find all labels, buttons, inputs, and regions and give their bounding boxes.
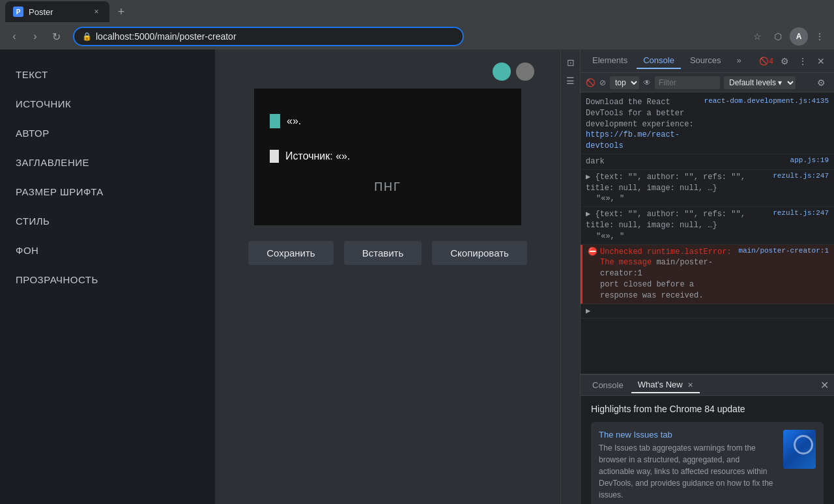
devtools-tab-more[interactable]: »	[730, 53, 748, 69]
poster-color-block-quote	[270, 114, 280, 128]
sidebar-item-text[interactable]: ТЕКСТ	[0, 60, 215, 89]
devtools-settings-icon[interactable]: ⚙	[777, 53, 792, 69]
sidebar-item-title[interactable]: ЗАГЛАВЛЕНИЕ	[0, 148, 215, 177]
devtools-panel-inner: ⊡ ☰ Elements Console Sources » 🚫 4 ⚙ ⋮ ✕	[561, 49, 834, 504]
console-entry-dark: dark app.js:19	[581, 154, 834, 170]
content-area: «». Источник: «». ПНГ Сохранить Вставить…	[215, 49, 560, 504]
save-button[interactable]: Сохранить	[248, 241, 334, 265]
devtools-bottom: Console What's New ✕ ✕ Highlights from t…	[581, 374, 834, 504]
devtools-tabs: Elements Console Sources » 🚫 4 ⚙ ⋮ ✕	[581, 49, 834, 73]
devtools-top: Download the React DevTools for a better…	[581, 92, 834, 374]
address-bar[interactable]: 🔒 localhost:5000/main/poster-creator	[73, 27, 464, 46]
browser-chrome: P Poster × + ‹ › ↻ 🔒 localhost:5000/main…	[0, 0, 834, 49]
forward-button[interactable]: ›	[26, 27, 44, 46]
extensions-button[interactable]: ⬡	[769, 27, 787, 46]
reload-button[interactable]: ↻	[47, 27, 65, 46]
news-card-issues-image	[783, 430, 816, 469]
news-card-image-inner	[783, 430, 816, 469]
news-card-issues-desc: The Issues tab aggregates warnings from …	[599, 442, 775, 501]
browser-toolbar: ‹ › ↻ 🔒 localhost:5000/main/poster-creat…	[0, 23, 834, 49]
news-card-circle	[794, 435, 813, 455]
expand-arrow-1[interactable]: ▶	[586, 173, 590, 182]
console-file-3: rezult.js:247	[773, 172, 829, 180]
sidebar-item-fontsize[interactable]: РАЗМЕР ШРИФТА	[0, 177, 215, 206]
whats-new-close[interactable]: ✕	[687, 381, 693, 389]
console-entry-obj1: ▶ {text: "", author: "", refs: "", title…	[581, 170, 834, 207]
console-file-1: react-dom.development.js:4135	[704, 97, 829, 105]
color-picker-1[interactable]	[493, 63, 511, 81]
context-select[interactable]: top	[610, 76, 639, 89]
console-entry-error: ⛔ Unchecked runtime.lastError: The messa…	[581, 245, 834, 304]
account-button[interactable]: A	[790, 27, 808, 46]
poster-source-text: Источник: «».	[285, 150, 350, 162]
devtools-device-icon[interactable]: ☰	[563, 73, 579, 89]
lock-icon: 🔒	[82, 32, 92, 41]
star-button[interactable]: ☆	[748, 27, 766, 46]
tab-bar: P Poster × +	[0, 0, 834, 23]
devtools-tab-sources[interactable]: Sources	[683, 53, 728, 69]
console-file-4: rezult.js:247	[773, 209, 829, 217]
devtools-panel: ⊡ ☰ Elements Console Sources » 🚫 4 ⚙ ⋮ ✕	[560, 49, 834, 504]
new-tab-button[interactable]: +	[112, 3, 130, 21]
console-output: Download the React DevTools for a better…	[581, 92, 834, 374]
error-count-badge: 🚫 4	[758, 53, 774, 69]
eye-icon[interactable]: 👁	[643, 78, 651, 87]
bottom-tab-console[interactable]: Console	[586, 378, 630, 393]
react-devtools-link[interactable]: https://fb.me/react-devtools	[586, 130, 680, 150]
expand-arrow-2[interactable]: ▶	[586, 210, 590, 219]
console-entry-text-4: ▶ {text: "", author: "", refs: "", title…	[586, 209, 768, 242]
console-entry-text-error: Unchecked runtime.lastError: The message…	[600, 247, 733, 301]
console-entry-reactdevtools: Download the React DevTools for a better…	[581, 95, 834, 154]
filter-input[interactable]	[655, 76, 720, 89]
bottom-panel-close[interactable]: ✕	[820, 379, 829, 391]
poster-png-label: ПНГ	[270, 180, 506, 194]
console-toolbar: 🚫 ⊘ top 👁 Default levels ▾ ⚙	[581, 73, 834, 92]
sidebar: ТЕКСТ ИСТОЧНИК АВТОР ЗАГЛАВЛЕНИЕ РАЗМЕР …	[0, 49, 215, 504]
tab-title: Poster	[29, 7, 86, 17]
bottom-tabs: Console What's New ✕ ✕	[581, 375, 834, 396]
devtools-inspect-icon[interactable]: ⊡	[563, 55, 579, 70]
poster-preview: «». Источник: «». ПНГ	[254, 89, 521, 225]
devtools-dock-icon[interactable]: ✕	[813, 53, 829, 69]
news-card-issues-text: The new Issues tab The Issues tab aggreg…	[599, 430, 775, 501]
active-tab[interactable]: P Poster ×	[5, 1, 109, 22]
color-pickers	[493, 63, 534, 81]
clear-console-icon[interactable]: 🚫	[586, 78, 596, 87]
console-entry-text-3: ▶ {text: "", author: "", refs: "", title…	[586, 172, 768, 204]
console-entry-obj2: ▶ {text: "", author: "", refs: "", title…	[581, 207, 834, 244]
devtools-more-icon[interactable]: ⋮	[795, 53, 811, 69]
sidebar-item-author[interactable]: АВТОР	[0, 119, 215, 148]
console-file-error: main/poster-creator:1	[738, 247, 829, 255]
tab-close-button[interactable]: ×	[91, 7, 102, 17]
console-entry-text-2: dark	[586, 156, 785, 167]
paste-button[interactable]: Вставить	[344, 241, 422, 265]
whats-new-title: Highlights from the Chrome 84 update	[591, 404, 824, 414]
bottom-tab-whats-new[interactable]: What's New ✕	[631, 377, 700, 393]
menu-button[interactable]: ⋮	[811, 27, 829, 46]
address-text: localhost:5000/main/poster-creator	[96, 31, 455, 42]
poster-quote-text: «».	[287, 115, 301, 127]
devtools-tab-elements[interactable]: Elements	[586, 53, 634, 69]
color-picker-2[interactable]	[516, 63, 534, 81]
action-buttons: Сохранить Вставить Скопировать	[248, 241, 527, 265]
devtools-sidebar-icons: ⊡ ☰	[561, 49, 581, 504]
copy-button[interactable]: Скопировать	[432, 241, 527, 265]
bottom-content: Highlights from the Chrome 84 update The…	[581, 396, 834, 504]
toolbar-right: ☆ ⬡ A ⋮	[748, 27, 829, 46]
poster-quote-row: «».	[270, 114, 506, 128]
console-entry-text-1: Download the React DevTools for a better…	[586, 97, 699, 152]
console-file-2: app.js:19	[790, 156, 829, 164]
back-button[interactable]: ‹	[5, 27, 23, 46]
sidebar-item-source[interactable]: ИСТОЧНИК	[0, 89, 215, 119]
poster-source-row: Источник: «».	[270, 150, 506, 163]
sidebar-item-style[interactable]: СТИЛЬ	[0, 206, 215, 236]
devtools-tab-console[interactable]: Console	[637, 53, 681, 69]
sidebar-item-background[interactable]: ФОН	[0, 236, 215, 265]
devtools-main: Elements Console Sources » 🚫 4 ⚙ ⋮ ✕ 🚫 ⊘	[581, 49, 834, 504]
filter-toggle-icon[interactable]: ⊘	[599, 78, 606, 87]
sidebar-item-opacity[interactable]: ПРОЗРАЧНОСТЬ	[0, 265, 215, 294]
log-levels-select[interactable]: Default levels ▾	[724, 76, 796, 89]
expand-arrow-3[interactable]: ▶	[586, 306, 590, 316]
news-card-issues-title[interactable]: The new Issues tab	[599, 430, 775, 440]
console-settings-icon[interactable]: ⚙	[813, 75, 829, 91]
